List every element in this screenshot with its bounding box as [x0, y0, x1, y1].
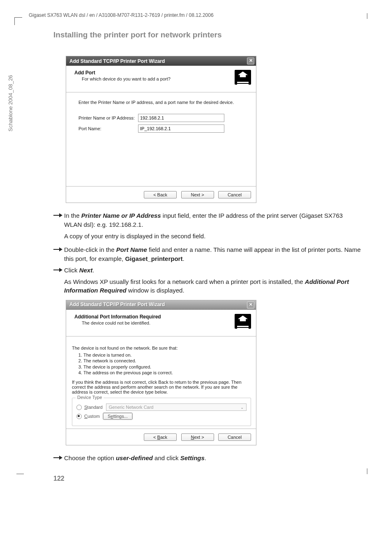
text-bold: Port Name [116, 246, 147, 253]
template-label: Schablone 2004_08_26 [7, 75, 14, 131]
svg-marker-1 [59, 213, 62, 217]
dropdown-value: Generic Network Card [109, 405, 154, 410]
back-button[interactable]: < Back [144, 433, 177, 441]
text-bold: Next [79, 267, 93, 274]
crop-mark [14, 17, 22, 25]
close-icon[interactable]: ✕ [247, 58, 254, 65]
svg-marker-7 [59, 456, 62, 460]
dialog-titlebar: Add Standard TCP/IP Printer Port Wizard … [66, 300, 256, 310]
text: In the [64, 212, 81, 219]
label-ip-address: Printer Name or IP Address: [78, 115, 138, 120]
dialog-footer: < Back Next > Cancel [66, 186, 256, 203]
next-button[interactable]: Next > [181, 191, 214, 198]
dialog-header: Add Port For which device do you want to… [66, 66, 256, 92]
dialog-titlebar: Add Standard TCP/IP Printer Port Wizard … [66, 56, 256, 66]
printer-icon [235, 70, 251, 85]
dialog-body: Enter the Printer Name or IP address, an… [66, 92, 256, 186]
svg-marker-3 [59, 247, 62, 251]
wizard-dialog-additional-info: Add Standard TCP/IP Printer Port Wizard … [66, 300, 256, 445]
crop-mark [367, 13, 367, 19]
text: and click [153, 454, 180, 461]
settings-button[interactable]: Settings... [103, 413, 132, 419]
svg-marker-5 [59, 268, 62, 272]
text-bold: user-defined [116, 454, 153, 461]
radio-label: Standard [84, 405, 103, 410]
instruction-step: Double-click in the Port Name field and … [53, 245, 361, 263]
text: window is displayed. [127, 287, 184, 294]
printer-icon [235, 314, 251, 329]
arrow-icon [53, 454, 64, 463]
text-bold: Gigaset_printerport [125, 255, 182, 262]
text: As Windows XP usually first looks for a … [64, 278, 305, 285]
text-bold: Settings [180, 454, 205, 461]
paragraph: As Windows XP usually first looks for a … [64, 277, 361, 295]
arrow-icon [53, 266, 64, 275]
next-button[interactable]: Next > [181, 433, 214, 441]
input-ip-address[interactable]: 192.168.2.1 [138, 114, 224, 122]
text: Double-click in the [64, 246, 116, 253]
instruction-step: In the Printer Name or IP Address input … [53, 211, 361, 229]
radio-standard[interactable] [76, 405, 82, 410]
list-item: The device is turned on. [83, 352, 251, 358]
radio-label: Custom [84, 414, 100, 419]
wizard-dialog-add-port: Add Standard TCP/IP Printer Port Wizard … [66, 56, 256, 203]
text-line: The device is not found on the network. … [72, 346, 251, 350]
dialog-header-subtitle: The device could not be identified. [82, 320, 161, 325]
checklist: The device is turned on. The network is … [76, 352, 251, 376]
page-number: 122 [53, 475, 361, 482]
text: . [205, 454, 206, 461]
instruction-step: Choose the option user-defined and click… [53, 454, 361, 463]
text: . [182, 255, 184, 262]
dialog-instruction: Enter the Printer Name or IP address, an… [78, 100, 244, 105]
arrow-icon [53, 211, 64, 229]
dialog-footer: < Back Next > Cancel [66, 429, 256, 445]
list-item: The device is properly configured. [83, 364, 251, 370]
dialog-header-title: Add Port [74, 70, 171, 76]
list-item: The network is connected. [83, 358, 251, 364]
close-icon[interactable]: ✕ [247, 302, 254, 309]
paragraph: A copy of your entry is displayed in the… [64, 232, 361, 241]
list-item: The address on the previous page is corr… [83, 370, 251, 376]
device-type-dropdown[interactable]: Generic Network Card ⌄ [106, 403, 247, 411]
label-port-name: Port Name: [78, 126, 138, 131]
cancel-button[interactable]: Cancel [218, 433, 251, 441]
fieldset-legend: Device Type [76, 395, 104, 400]
dialog-title: Add Standard TCP/IP Printer Port Wizard [69, 302, 165, 309]
text: Choose the option [64, 454, 116, 461]
text: . [92, 267, 94, 274]
dialog-header-title: Additional Port Information Required [74, 314, 161, 320]
device-type-group: Device Type Standard Generic Network Car… [72, 398, 251, 426]
text-paragraph: If you think the address is not correct,… [72, 380, 251, 394]
section-title: Installing the printer port for network … [53, 30, 361, 39]
text-bold: Printer Name or IP Address [81, 212, 161, 219]
arrow-icon [53, 245, 64, 263]
crop-mark [367, 468, 367, 474]
crop-mark [16, 466, 24, 474]
text: Click [64, 267, 79, 274]
page-header: Gigaset SX763 WLAN dsl / en / A31008-M70… [23, 12, 365, 18]
chevron-down-icon: ⌄ [240, 405, 244, 410]
dialog-title: Add Standard TCP/IP Printer Port Wizard [69, 58, 165, 64]
dialog-header-subtitle: For which device do you want to add a po… [82, 76, 171, 81]
dialog-header: Additional Port Information Required The… [66, 310, 256, 336]
instruction-step: Click Next. [53, 266, 361, 275]
input-port-name[interactable]: IP_192.168.2.1 [138, 124, 224, 133]
cancel-button[interactable]: Cancel [218, 191, 251, 198]
back-button[interactable]: < Back [144, 191, 177, 198]
dialog-body: The device is not found on the network. … [66, 336, 256, 429]
radio-custom[interactable] [76, 414, 82, 419]
